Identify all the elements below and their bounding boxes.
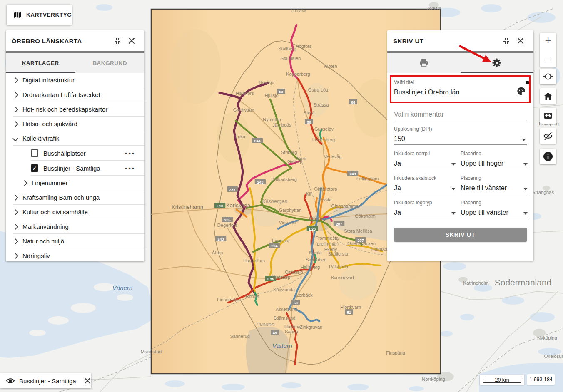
layer-group-natur-och-milj[interactable]: Natur och miljö [6, 234, 144, 248]
map-label: Kilsbergen [262, 198, 287, 204]
map-label: Nyköping [537, 335, 557, 340]
previous-extent-button[interactable] [540, 108, 556, 124]
north-arrow-placement-select[interactable]: Uppe till höger [461, 156, 528, 169]
home-button[interactable] [540, 88, 556, 104]
dpi-select[interactable]: 150 [394, 132, 527, 145]
print-title-input[interactable]: Busslinjer i Örebro län [394, 85, 527, 98]
layer-group-hot-risk-och-beredskapskartor[interactable]: Hot- risk och beredskapskartor [6, 102, 144, 117]
map-label: Lindesberg [312, 137, 335, 142]
more-options-icon[interactable]: ••• [125, 165, 135, 172]
checkbox-checked[interactable]: ✓ [31, 164, 38, 172]
map-label: Hjulsjö [264, 93, 278, 98]
layer-group-kollektivtrafik[interactable]: Kollektivtrafik [6, 131, 144, 146]
map-label: Mariestad [141, 349, 162, 354]
map-label: Kloten [324, 64, 337, 69]
scale-bar-label: 20 km [483, 377, 521, 383]
map-label: Grythyttan [233, 107, 254, 112]
collapse-icon[interactable] [499, 34, 513, 48]
map-label: Vintrosa [279, 220, 296, 225]
map-label: Högfors [296, 44, 312, 49]
layer-group-label: Drönarkartan Luftfartsverket [22, 91, 100, 98]
map-label: Ställdalen [281, 56, 301, 61]
map-label: Vänern [112, 284, 132, 291]
kartverktyg-button[interactable]: KARTVERKTYG [7, 5, 72, 25]
north-arrow-select[interactable]: Ja [394, 156, 456, 169]
tab-kartlager[interactable]: KARTLAGER [6, 53, 75, 73]
print-panel: SKRIV UT [387, 30, 533, 261]
geolocate-icon [543, 71, 553, 82]
layer-group-label: Natur och miljö [22, 238, 64, 245]
map-label: Ölmbrotorp [314, 186, 337, 191]
gear-icon [492, 58, 502, 68]
map-label: Karlskoga [226, 202, 251, 208]
map-label: Tiveden [255, 321, 274, 327]
layer-group-dr-narkartan-luftfartsverket[interactable]: Drönarkartan Luftfartsverket [6, 87, 144, 102]
logo-placement-label: Placering [461, 200, 528, 206]
hide-ui-button[interactable] [540, 128, 556, 144]
svg-text:243: 243 [257, 180, 263, 184]
layer-group-h-lso-och-sjukv-rd[interactable]: Hälso- och sjukvård [6, 117, 144, 131]
layer-item-busslinjer-samtliga[interactable]: ✓Busslinjer - Samtliga••• [6, 161, 144, 176]
layer-item-bussh-llplatser[interactable]: Busshållplatser••• [6, 146, 144, 161]
layer-group-markanv-ndning[interactable]: Markanvändning [6, 219, 144, 234]
map-label: Katrineholm [463, 280, 488, 285]
close-icon[interactable] [84, 377, 91, 385]
map-label: Sanna [285, 329, 299, 334]
svg-text:68: 68 [351, 100, 355, 104]
north-arrow-label: Inkludera norrpil [394, 151, 456, 156]
map-label: Lerbäck [296, 293, 313, 298]
svg-text:207: 207 [336, 222, 342, 226]
layer-group-n-ringsliv[interactable]: Näringsliv [6, 248, 144, 261]
close-icon[interactable] [513, 34, 528, 48]
collapse-icon[interactable] [110, 34, 125, 48]
print-comment-input[interactable]: Valfri kommentar [394, 107, 527, 120]
map-label: Strässa [313, 102, 329, 107]
more-options-icon[interactable]: ••• [125, 150, 135, 157]
layer-group-label: Kollektivtrafik [22, 135, 59, 142]
layer-group-kraftsamling-barn-och-unga[interactable]: Kraftsamling Barn och unga [6, 190, 144, 205]
layer-group-label: Linjenummer [32, 179, 68, 186]
chevron-right-icon [22, 180, 27, 186]
layer-group-label: Näringsliv [22, 252, 50, 259]
map-label: Gyttorp [287, 159, 302, 164]
zoom-out-button[interactable]: − [540, 55, 556, 65]
kartverktyg-label: KARTVERKTYG [26, 12, 72, 18]
map-label: Kristinehamn [172, 204, 203, 210]
layer-group-digital-infrastruktur[interactable]: Digital infrastruktur [6, 73, 144, 87]
print-tab-settings[interactable] [461, 53, 534, 73]
map-label: Hovsta [317, 197, 332, 202]
geolocate-button[interactable] [540, 69, 556, 84]
layer-item-label: Busslinjer - Samtliga [43, 165, 100, 172]
scalebar-placement-select[interactable]: Nere till vänster [461, 181, 528, 194]
map-label: Avesta [427, 6, 442, 11]
zoom-in-button[interactable]: + [540, 35, 556, 45]
tab-bakgrund[interactable]: BAKGRUND [75, 53, 145, 73]
map-label: Ludvika [291, 8, 307, 13]
palette-button[interactable] [516, 87, 526, 96]
logo-select[interactable]: Ja [394, 206, 456, 218]
chevron-right-icon [12, 92, 18, 97]
layer-group-linjenummer[interactable]: Linjenummer [6, 176, 144, 190]
logo-placement-select[interactable]: Uppe till vänster [461, 206, 528, 218]
scalebar-select[interactable]: Ja [394, 181, 456, 194]
zoom-control: + − [540, 33, 556, 67]
close-icon[interactable] [125, 34, 139, 48]
map-label: Finspång [386, 350, 405, 355]
info-button[interactable] [540, 149, 556, 164]
print-panel-title: SKRIV UT [393, 37, 499, 45]
dpi-label: Upplösning (DPI) [394, 126, 527, 132]
layer-group-label: Digital infrastruktur [22, 77, 75, 84]
map-label: Södermanland [495, 278, 552, 287]
dropdown-caret-icon [522, 139, 526, 141]
checkbox-unchecked[interactable] [31, 149, 38, 157]
print-tab-printer[interactable] [387, 53, 461, 73]
eye-icon[interactable] [6, 377, 15, 385]
map-label: Norrköping [422, 377, 445, 382]
chevron-right-icon [12, 77, 18, 83]
map-label: Askersund [276, 307, 297, 312]
map-label: Vretstorp [272, 275, 290, 280]
map-label: Garphyttan [279, 208, 301, 213]
layers-panel-title: ÖREBRO LÄNSKARTA [12, 37, 110, 45]
layer-group-kultur-och-civilsamh-lle[interactable]: Kultur och civilsamhälle [6, 205, 144, 219]
print-button[interactable]: SKRIV UT [394, 228, 527, 242]
